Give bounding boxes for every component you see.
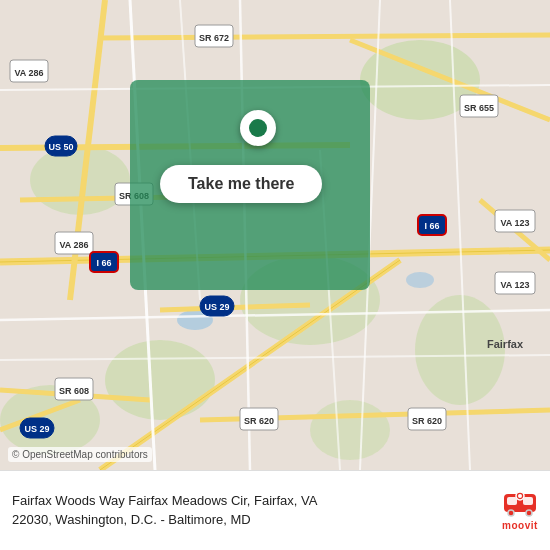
moovit-logo: moovit <box>502 490 538 531</box>
osm-attribution: © OpenStreetMap contributors <box>8 447 152 462</box>
svg-point-7 <box>310 400 390 460</box>
svg-text:I 66: I 66 <box>424 221 439 231</box>
map-container: VA 286 SR 672 US 50 SR 608 VA 286 I 66 S… <box>0 0 550 470</box>
svg-text:VA 123: VA 123 <box>500 218 529 228</box>
svg-point-70 <box>518 494 522 498</box>
svg-rect-66 <box>523 497 533 505</box>
svg-text:VA 123: VA 123 <box>500 280 529 290</box>
svg-text:US 29: US 29 <box>24 424 49 434</box>
take-me-there-button[interactable]: Take me there <box>160 165 322 203</box>
moovit-label: moovit <box>502 520 538 531</box>
svg-text:Fairfax: Fairfax <box>487 338 524 350</box>
svg-text:SR 620: SR 620 <box>412 416 442 426</box>
address-line1: Fairfax Woods Way Fairfax Meadows Cir, F… <box>12 493 317 508</box>
svg-text:VA 286: VA 286 <box>14 68 43 78</box>
svg-point-9 <box>406 272 434 288</box>
svg-text:SR 620: SR 620 <box>244 416 274 426</box>
moovit-icon <box>502 490 538 518</box>
svg-point-4 <box>105 340 215 420</box>
svg-rect-65 <box>507 497 517 505</box>
address-text: Fairfax Woods Way Fairfax Meadows Cir, F… <box>12 492 492 528</box>
info-bar: Fairfax Woods Way Fairfax Meadows Cir, F… <box>0 470 550 550</box>
svg-point-67 <box>508 510 514 516</box>
svg-text:VA 286: VA 286 <box>59 240 88 250</box>
svg-text:SR 655: SR 655 <box>464 103 494 113</box>
svg-text:US 29: US 29 <box>204 302 229 312</box>
svg-point-68 <box>526 510 532 516</box>
svg-line-15 <box>100 35 550 38</box>
svg-text:US 50: US 50 <box>48 142 73 152</box>
svg-text:SR 672: SR 672 <box>199 33 229 43</box>
address-line2: 22030, Washington, D.C. - Baltimore, MD <box>12 512 251 527</box>
svg-text:I 66: I 66 <box>96 258 111 268</box>
pin-inner-circle <box>249 119 267 137</box>
pin-outer-circle <box>240 110 276 146</box>
svg-text:SR 608: SR 608 <box>59 386 89 396</box>
location-pin <box>238 108 278 148</box>
